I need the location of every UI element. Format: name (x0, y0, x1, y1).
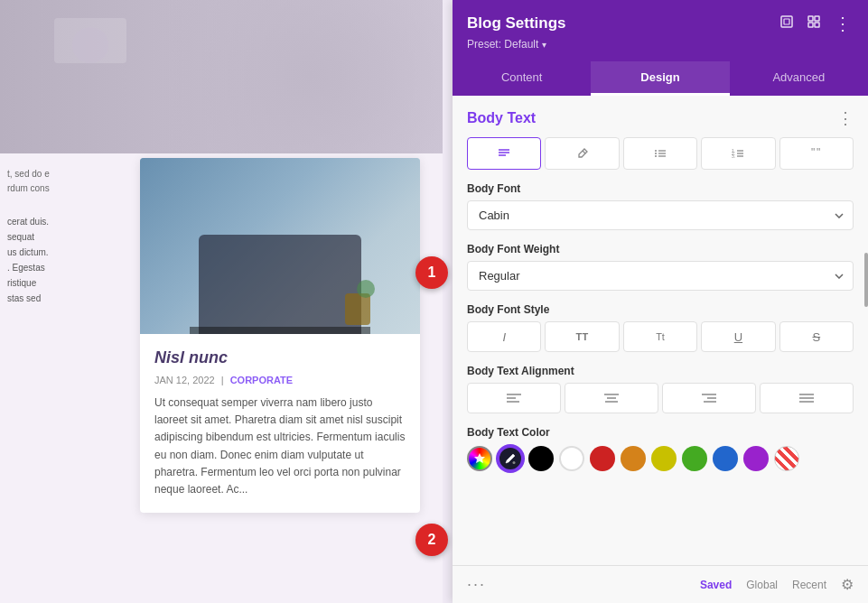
card-body: Ut consequat semper viverra nam libero j… (154, 394, 406, 498)
badge-1: 1 (415, 256, 448, 289)
font-style-uppercase[interactable]: TT (545, 321, 619, 352)
font-style-underline[interactable]: U (701, 321, 775, 352)
svg-point-36 (513, 461, 516, 464)
font-style-row: I TT Tt U S (467, 321, 854, 352)
side-text-2: sequat (7, 229, 84, 245)
side-text-6: stas sed (7, 291, 84, 306)
svg-text:": " (811, 146, 815, 159)
svg-rect-5 (815, 23, 819, 27)
body-font-style-label: Body Font Style (467, 303, 854, 316)
side-text-5: ristique (7, 275, 84, 291)
align-right-btn[interactable] (662, 383, 756, 413)
side-text-1: cerat duis. (7, 214, 84, 229)
svg-text:3.: 3. (732, 153, 735, 159)
form-section: Body Font Cabin Arial Helvetica Georgia … (453, 182, 868, 471)
align-center-btn[interactable] (565, 383, 658, 413)
style-btn-list-ul[interactable] (623, 137, 697, 170)
svg-rect-0 (781, 16, 792, 27)
body-font-field: Body Font Cabin Arial Helvetica Georgia (467, 182, 854, 230)
color-swatches-row (467, 446, 854, 471)
color-swatch-black[interactable] (528, 446, 554, 471)
panel-header: Blog Settings ⋮ (453, 0, 868, 61)
svg-rect-1 (784, 19, 789, 24)
color-swatch-yellow[interactable] (651, 446, 677, 471)
color-swatch-red[interactable] (590, 446, 615, 471)
style-btn-quote[interactable]: " " (779, 137, 854, 170)
tab-content[interactable]: Content (453, 61, 591, 96)
svg-rect-4 (808, 23, 813, 27)
side-text-3: us dictum. (7, 245, 84, 260)
font-style-capitalize[interactable]: Tt (623, 321, 697, 352)
body-font-weight-label: Body Font Weight (467, 243, 854, 255)
panel-title-row: Blog Settings ⋮ (467, 13, 854, 34)
preset-arrow: ▾ (542, 40, 546, 50)
color-swatch-custom2[interactable] (774, 446, 799, 471)
svg-point-11 (655, 153, 657, 154)
settings-panel: Blog Settings ⋮ (453, 0, 868, 603)
section-more-icon[interactable]: ⋮ (837, 108, 854, 128)
body-text-color-field: Body Text Color (467, 426, 854, 471)
font-style-italic[interactable]: I (467, 321, 541, 352)
card-meta: JAN 12, 2022 | CORPORATE (154, 375, 406, 385)
color-swatch-custom[interactable] (467, 446, 492, 471)
more-options-icon[interactable]: ⋮ (832, 13, 854, 34)
svg-text:": " (817, 146, 820, 159)
color-swatch-blue[interactable] (713, 446, 738, 471)
body-font-label: Body Font (467, 182, 854, 195)
panel-preset[interactable]: Preset: Default ▾ (467, 38, 854, 51)
body-font-weight-select[interactable]: Regular Light Medium Bold (467, 261, 854, 291)
svg-rect-2 (808, 16, 813, 21)
style-btn-paragraph[interactable] (467, 137, 541, 170)
card-image (140, 158, 420, 334)
expand-icon[interactable] (805, 13, 823, 34)
align-row (467, 383, 854, 413)
svg-line-9 (583, 151, 585, 153)
color-swatch-purple[interactable] (743, 446, 769, 471)
section-header: Body Text ⋮ (453, 96, 868, 137)
left-text-line1: t, sed do e (7, 167, 84, 181)
panel-header-icons: ⋮ (778, 13, 854, 34)
card-category: CORPORATE (230, 375, 293, 385)
card-title: Nisl nunc (154, 348, 406, 367)
color-swatch-green[interactable] (682, 446, 707, 471)
body-text-alignment-field: Body Text Alignment (467, 365, 854, 413)
color-swatch-white[interactable] (559, 446, 584, 471)
blog-card: Nisl nunc JAN 12, 2022 | CORPORATE Ut co… (140, 158, 420, 513)
body-text-alignment-label: Body Text Alignment (467, 365, 854, 377)
footer-recent[interactable]: Recent (792, 579, 826, 591)
color-swatch-orange[interactable] (621, 446, 646, 471)
card-date: JAN 12, 2022 (154, 375, 215, 385)
footer-dots[interactable]: ··· (467, 575, 486, 594)
svg-point-10 (655, 150, 657, 152)
background-area: t, sed do e rdum cons cerat duis. sequat… (0, 0, 443, 603)
tab-advanced[interactable]: Advanced (730, 61, 868, 96)
left-text-line2: rdum cons (7, 181, 84, 196)
body-font-style-field: Body Font Style I TT Tt U S (467, 303, 854, 352)
card-separator: | (221, 375, 224, 385)
panel-title: Blog Settings (467, 14, 566, 32)
panel-body: Body Text ⋮ (453, 96, 868, 565)
panel-footer: ··· Saved Global Recent ⚙ (453, 565, 868, 603)
side-text-4: . Egestas (7, 260, 84, 275)
align-justify-btn[interactable] (760, 383, 854, 413)
font-style-strikethrough[interactable]: S (779, 321, 854, 352)
body-font-weight-field: Body Font Weight Regular Light Medium Bo… (467, 243, 854, 291)
style-buttons-row: 1. 2. 3. " " (453, 137, 868, 182)
panel-tabs: Content Design Advanced (453, 61, 868, 96)
svg-rect-3 (815, 16, 819, 21)
style-btn-eraser[interactable] (545, 137, 619, 170)
style-btn-list-ol[interactable]: 1. 2. 3. (701, 137, 775, 170)
section-title: Body Text (467, 110, 536, 126)
footer-global[interactable]: Global (746, 579, 778, 591)
body-font-select[interactable]: Cabin Arial Helvetica Georgia (467, 200, 854, 230)
color-swatch-dropper[interactable] (498, 446, 523, 471)
badge-2: 2 (415, 524, 448, 556)
align-left-btn[interactable] (467, 383, 561, 413)
tab-design[interactable]: Design (591, 61, 729, 96)
footer-saved[interactable]: Saved (700, 579, 732, 591)
svg-point-12 (655, 155, 657, 157)
body-text-color-label: Body Text Color (467, 426, 854, 439)
footer-gear-icon[interactable]: ⚙ (841, 576, 854, 593)
collapse-icon[interactable] (778, 13, 796, 34)
left-text-block: t, sed do e rdum cons cerat duis. sequat… (7, 167, 84, 306)
